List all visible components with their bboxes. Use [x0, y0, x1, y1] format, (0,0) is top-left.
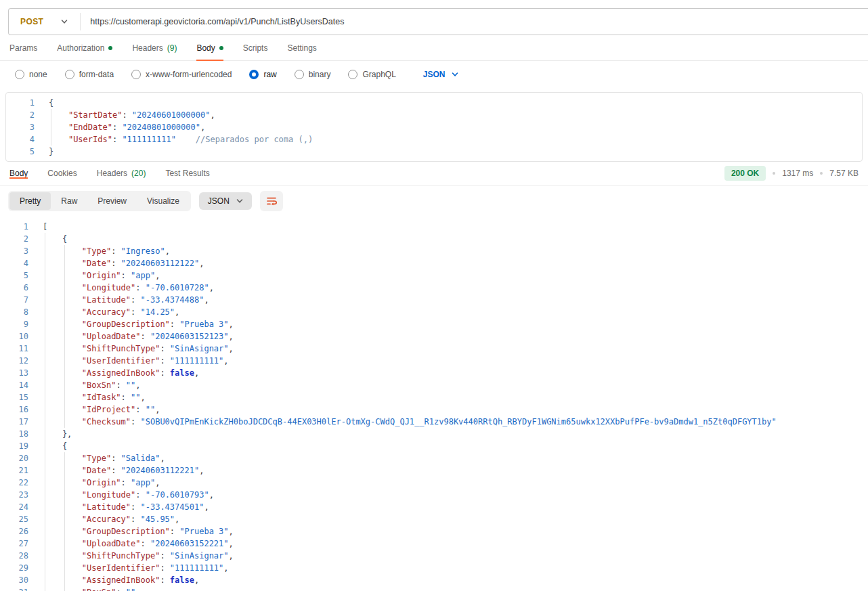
code-line[interactable]: 24 "Latitude": "-33.4374501", — [0, 501, 868, 513]
code-line[interactable]: 10 "UploadDate": "20240603152123", — [0, 330, 868, 343]
response-tab-headers[interactable]: Headers (20) — [97, 169, 146, 178]
tab-params[interactable]: Params — [9, 35, 37, 60]
code-line[interactable]: 7 "Latitude": "-33.4374488", — [0, 294, 868, 306]
radio-binary[interactable]: binary — [295, 70, 331, 79]
response-tab-body[interactable]: Body — [9, 169, 28, 178]
radio-circle — [348, 70, 357, 79]
radio-raw[interactable]: raw — [249, 70, 276, 79]
response-tabs: Body Cookies Headers (20) Test Results 2… — [0, 162, 868, 185]
code-line[interactable]: 13 "AssignedInBook": false, — [0, 367, 868, 379]
code-line[interactable]: 23 "Longitude": "-70.6010793", — [0, 489, 868, 501]
code-line[interactable]: 4 "Date": "20240603112122", — [0, 257, 868, 269]
code-line[interactable]: 16 "IdProject": "", — [0, 403, 868, 416]
separator-dot — [773, 172, 775, 175]
method-dropdown[interactable]: POST — [9, 17, 80, 26]
radio-form-data[interactable]: form-data — [65, 70, 114, 79]
code-line[interactable]: 20 "Type": "Salida", — [0, 452, 868, 464]
status-badge[interactable]: 200 OK — [724, 166, 766, 181]
line-number: 27 — [0, 538, 28, 550]
tab-scripts[interactable]: Scripts — [243, 35, 268, 60]
request-body-editor[interactable]: 1{2 "StartDate": "20240601000000",3 "End… — [5, 92, 863, 162]
code-line[interactable]: 1{ — [6, 97, 862, 109]
radio-circle — [65, 70, 74, 79]
code-line[interactable]: 2 { — [0, 233, 868, 245]
line-number: 11 — [0, 343, 28, 355]
line-number: 25 — [0, 513, 28, 525]
code-line[interactable]: 31 "BoxSn": "" — [0, 586, 868, 591]
code-line[interactable]: 14 "BoxSn": "", — [0, 379, 868, 391]
code-line[interactable]: 5} — [6, 146, 862, 158]
code-line[interactable]: 3 "EndDate": "20240801000000", — [6, 121, 862, 133]
code-line[interactable]: 26 "GroupDescription": "Prueba 3", — [0, 525, 868, 538]
code-line[interactable]: 3 "Type": "Ingreso", — [0, 245, 868, 257]
line-number: 2 — [0, 233, 28, 245]
code-line[interactable]: 21 "Date": "20240603112221", — [0, 464, 868, 477]
view-visualize[interactable]: Visualize — [137, 192, 190, 210]
url-input[interactable]: https://customerapi.geovictoria.com/api/… — [90, 17, 344, 26]
body-type-selector: none form-data x-www-form-urlencoded raw… — [0, 61, 868, 88]
code-line[interactable]: 19 { — [0, 440, 868, 452]
code-line[interactable]: 29 "UserIdentifier": "111111111", — [0, 562, 868, 574]
raw-language-dropdown[interactable]: JSON — [423, 70, 458, 79]
request-tabs: Params Authorization Headers (9) Body Sc… — [0, 35, 868, 61]
code-line[interactable]: 27 "UploadDate": "20240603152221", — [0, 538, 868, 550]
view-preview[interactable]: Preview — [87, 192, 137, 210]
line-number: 16 — [0, 403, 28, 416]
line-number: 3 — [0, 245, 28, 257]
method-label: POST — [20, 17, 43, 26]
code-line[interactable]: 30 "AssignedInBook": false, — [0, 574, 868, 586]
separator-dot — [820, 172, 823, 175]
tab-settings[interactable]: Settings — [287, 35, 316, 60]
radio-x-www-form-urlencoded[interactable]: x-www-form-urlencoded — [131, 70, 232, 79]
line-number: 24 — [0, 501, 28, 513]
code-line[interactable]: 4 "UserIds": "111111111" //Separados por… — [6, 133, 862, 146]
wrap-text-button[interactable] — [260, 191, 283, 211]
response-tab-cookies[interactable]: Cookies — [47, 169, 77, 178]
tab-body[interactable]: Body — [196, 35, 223, 60]
code-line[interactable]: 15 "IdTask": "", — [0, 391, 868, 403]
response-headers-count: (20) — [131, 169, 146, 178]
line-number: 15 — [0, 391, 28, 403]
line-number: 26 — [0, 525, 28, 538]
code-line[interactable]: 28 "ShiftPunchType": "SinAsignar", — [0, 550, 868, 562]
indent-guide — [64, 245, 65, 428]
code-line[interactable]: 9 "GroupDescription": "Prueba 3", — [0, 318, 868, 330]
wrap-text-icon — [265, 195, 278, 207]
code-line[interactable]: 17 "Checksum": "SOBU0vQIPmEnKickZH0boJDC… — [0, 416, 868, 428]
tab-authorization[interactable]: Authorization — [57, 35, 112, 60]
response-time: 1317 ms — [782, 169, 813, 178]
body-status-dot — [219, 46, 223, 50]
code-line[interactable]: 25 "Accuracy": "45.95", — [0, 513, 868, 525]
code-line[interactable]: 5 "Origin": "app", — [0, 269, 868, 282]
line-number: 10 — [0, 330, 28, 343]
radio-none[interactable]: none — [15, 70, 47, 79]
view-pretty[interactable]: Pretty — [9, 192, 51, 210]
line-number: 30 — [0, 574, 28, 586]
code-line[interactable]: 8 "Accuracy": "14.25", — [0, 306, 868, 318]
code-line[interactable]: 1[ — [0, 221, 868, 233]
code-line[interactable]: 22 "Origin": "app", — [0, 477, 868, 489]
code-line[interactable]: 11 "ShiftPunchType": "SinAsignar", — [0, 343, 868, 355]
radio-graphql[interactable]: GraphQL — [348, 70, 395, 79]
line-number: 19 — [0, 440, 28, 452]
line-number: 5 — [0, 269, 28, 282]
tab-headers[interactable]: Headers (9) — [132, 35, 177, 60]
code-line[interactable]: 18 }, — [0, 428, 868, 440]
indent-guide — [64, 452, 65, 591]
response-format-dropdown[interactable]: JSON — [199, 192, 252, 210]
line-number: 4 — [6, 133, 35, 146]
code-line[interactable]: 2 "StartDate": "20240601000000", — [6, 109, 862, 121]
view-raw[interactable]: Raw — [51, 192, 87, 210]
response-body-viewer[interactable]: 1[2 {3 "Type": "Ingreso",4 "Date": "2024… — [0, 217, 868, 591]
line-number: 5 — [6, 146, 35, 158]
code-line[interactable]: 12 "UserIdentifier": "111111111", — [0, 355, 868, 367]
divider — [80, 13, 81, 30]
code-line[interactable]: 6 "Longitude": "-70.6010728", — [0, 282, 868, 294]
response-size: 7.57 KB — [829, 169, 859, 178]
response-tab-test-results[interactable]: Test Results — [165, 169, 209, 178]
line-number: 29 — [0, 562, 28, 574]
line-number: 12 — [0, 355, 28, 367]
authorization-status-dot — [108, 46, 112, 50]
line-number: 1 — [0, 221, 28, 233]
radio-circle — [131, 70, 141, 79]
